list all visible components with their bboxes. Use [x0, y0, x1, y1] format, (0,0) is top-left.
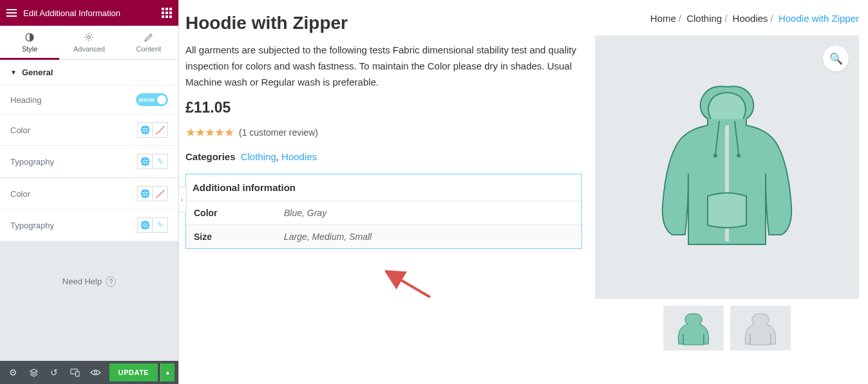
breadcrumb-current: Hoodie with Zipper: [778, 13, 859, 24]
category-link[interactable]: Hoodies: [281, 151, 317, 162]
caret-down-icon: ▼: [10, 69, 17, 76]
svg-line-9: [86, 39, 87, 40]
attr-name: Size: [186, 225, 276, 249]
sidebar-footer: ⚙ ↺ UPDATE ▲: [0, 361, 178, 384]
attr-value: Large, Medium, Small: [276, 225, 581, 249]
magnifier-icon: 🔍: [829, 52, 843, 66]
stack-icon: [29, 368, 39, 378]
control-row-typography: Typography 🌐 ✎: [0, 146, 178, 178]
additional-information-widget[interactable]: Additional information Color Blue, Gray …: [185, 174, 582, 249]
breadcrumb: Home/ Clothing/ Hoodies/ Hoodie with Zip…: [595, 13, 859, 24]
category-link[interactable]: Clothing: [241, 151, 276, 162]
responsive-button[interactable]: [66, 363, 84, 381]
tab-style[interactable]: Style: [0, 26, 59, 59]
product-price: £11.05: [185, 99, 582, 116]
sidebar-header: Edit Additional Information: [0, 0, 178, 26]
color-none-button[interactable]: [153, 186, 168, 201]
collapse-sidebar-handle[interactable]: ‹: [179, 187, 187, 212]
sidebar-title: Edit Additional Information: [23, 8, 162, 18]
additional-info-heading: Additional information: [186, 174, 581, 201]
rating-row: ★★★★★ (1 customer review): [185, 125, 582, 140]
svg-point-12: [94, 371, 97, 374]
globe-button[interactable]: 🌐: [137, 186, 153, 201]
table-row: Size Large, Medium, Small: [186, 225, 581, 249]
typography-edit-button[interactable]: ✎: [153, 217, 168, 233]
responsive-icon: [70, 369, 80, 377]
heading-toggle[interactable]: SHOW: [136, 93, 168, 106]
eye-icon: [90, 369, 101, 376]
globe-icon: 🌐: [140, 157, 150, 166]
apps-grid-icon[interactable]: [162, 8, 172, 18]
typography-edit-button[interactable]: ✎: [153, 154, 168, 169]
control-row-heading: Heading SHOW: [0, 86, 178, 114]
toggle-text: SHOW: [138, 97, 155, 103]
section-general: ▼ General Heading SHOW Color 🌐 Typograph…: [0, 60, 178, 241]
history-button[interactable]: ↺: [45, 363, 63, 381]
globe-button[interactable]: 🌐: [137, 154, 153, 169]
product-image[interactable]: 🔍: [595, 35, 859, 299]
svg-rect-11: [75, 371, 79, 376]
breadcrumb-link[interactable]: Home: [650, 13, 676, 24]
preview-button[interactable]: [86, 363, 104, 381]
review-count[interactable]: (1 customer review): [239, 127, 318, 138]
tab-label: Style: [22, 45, 37, 53]
tab-label: Content: [137, 45, 162, 53]
svg-point-16: [737, 154, 741, 158]
update-options-button[interactable]: ▲: [160, 363, 175, 381]
control-row-color: Color 🌐: [0, 178, 178, 210]
history-icon: ↺: [50, 367, 58, 378]
svg-point-1: [88, 36, 90, 39]
pencil-icon: [144, 32, 154, 42]
control-label: Heading: [10, 95, 41, 105]
globe-button[interactable]: 🌐: [137, 122, 153, 138]
categories-row: Categories Clothing, Hoodies: [185, 151, 582, 162]
thumbnail[interactable]: [730, 306, 791, 351]
table-row: Color Blue, Gray: [186, 201, 581, 225]
color-none-button[interactable]: [153, 122, 168, 138]
breadcrumb-link[interactable]: Clothing: [686, 13, 722, 24]
navigator-button[interactable]: [24, 363, 42, 381]
tab-advanced[interactable]: Advanced: [59, 26, 118, 59]
attr-name: Color: [186, 201, 276, 225]
attr-value: Blue, Gray: [276, 201, 581, 225]
update-button[interactable]: UPDATE: [109, 363, 158, 381]
hoodie-illustration: [643, 77, 811, 257]
categories-label: Categories: [185, 151, 236, 162]
help-icon: ?: [106, 277, 116, 287]
control-label: Typography: [10, 157, 54, 167]
globe-icon: 🌐: [140, 125, 150, 134]
need-help[interactable]: Need Help ?: [0, 241, 178, 361]
product-title: Hoodie with Zipper: [185, 13, 582, 33]
star-rating: ★★★★★: [185, 125, 234, 140]
svg-line-7: [91, 39, 92, 40]
globe-icon: 🌐: [140, 189, 150, 198]
pencil-icon: ✎: [157, 157, 164, 166]
section-title: General: [22, 68, 53, 77]
hamburger-icon[interactable]: [6, 9, 17, 17]
svg-line-8: [91, 34, 92, 35]
attributes-table: Color Blue, Gray Size Large, Medium, Sma…: [186, 201, 581, 248]
control-row-color: Color 🌐: [0, 114, 178, 146]
control-row-typography: Typography 🌐 ✎: [0, 210, 178, 241]
product-description: All garments are subjected to the follow…: [185, 42, 582, 90]
toggle-knob: [157, 95, 166, 104]
zoom-button[interactable]: 🔍: [823, 46, 849, 71]
tab-content[interactable]: Content: [119, 26, 178, 59]
svg-point-15: [713, 154, 717, 158]
sidebar-tabs: Style Advanced Content: [0, 26, 178, 60]
settings-button[interactable]: ⚙: [4, 363, 22, 381]
control-label: Color: [10, 189, 30, 199]
svg-line-6: [86, 34, 87, 35]
control-label: Typography: [10, 221, 54, 230]
editor-sidebar: Edit Additional Information Style Advanc…: [0, 0, 179, 384]
globe-button[interactable]: 🌐: [137, 217, 153, 233]
breadcrumb-link[interactable]: Hoodies: [733, 13, 768, 24]
preview-canvas: ‹ Hoodie with Zipper All garments are su…: [179, 0, 868, 384]
pencil-icon: ✎: [157, 221, 164, 230]
half-circle-icon: [24, 32, 35, 42]
section-toggle-general[interactable]: ▼ General: [0, 60, 178, 86]
gear-icon: ⚙: [9, 367, 17, 378]
help-label: Need Help: [62, 277, 102, 286]
product-thumbnails: [595, 306, 859, 351]
thumbnail[interactable]: [663, 306, 724, 351]
